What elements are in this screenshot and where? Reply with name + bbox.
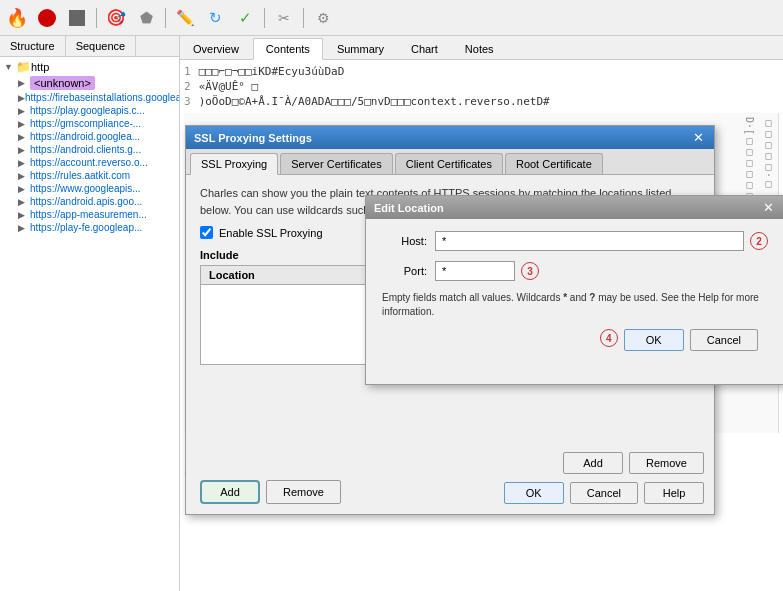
ssl-dialog-footer: OK Cancel Help xyxy=(504,482,704,504)
helper-text: Empty fields match all values. Wildcards… xyxy=(382,291,768,319)
ssl-add-button[interactable]: Add xyxy=(200,480,260,504)
ssl-tab-client-cert[interactable]: Client Certificates xyxy=(395,153,503,174)
ssl-remove-button[interactable]: Remove xyxy=(266,480,341,504)
ssl-help-button[interactable]: Help xyxy=(644,482,704,504)
ssl-tab-root-cert[interactable]: Root Certificate xyxy=(505,153,603,174)
host-label: Host: xyxy=(382,235,427,247)
ssl-dialog-tabs: SSL Proxying Server Certificates Client … xyxy=(186,149,714,175)
ssl-dialog-titlebar: SSL Proxying Settings ✕ xyxy=(186,126,714,149)
ssl-ok-button[interactable]: OK xyxy=(504,482,564,504)
enable-ssl-proxying-label: Enable SSL Proxying xyxy=(219,227,323,239)
edit-ok-button[interactable]: OK xyxy=(624,329,684,351)
dialog-overlay: SSL Proxying Settings ✕ SSL Proxying Ser… xyxy=(0,0,783,591)
port-input[interactable] xyxy=(435,261,515,281)
ok-badge: 4 xyxy=(600,329,618,347)
edit-dialog-titlebar: Edit Location ✕ xyxy=(366,196,783,219)
port-badge: 3 xyxy=(521,262,539,280)
host-input[interactable] xyxy=(435,231,744,251)
ssl-cancel-button[interactable]: Cancel xyxy=(570,482,638,504)
edit-dialog-footer: 4 OK Cancel xyxy=(382,329,768,351)
ssl-tab-ssl-proxying[interactable]: SSL Proxying xyxy=(190,153,278,175)
ssl-include-add-button[interactable]: Add xyxy=(563,452,623,474)
edit-cancel-button[interactable]: Cancel xyxy=(690,329,758,351)
edit-dialog-title: Edit Location xyxy=(374,202,444,214)
ssl-dialog-title: SSL Proxying Settings xyxy=(194,132,312,144)
ssl-dialog-footer-left: Add Remove xyxy=(200,480,341,504)
host-badge: 2 xyxy=(750,232,768,250)
ssl-include-remove-button[interactable]: Remove xyxy=(629,452,704,474)
ssl-tab-server-cert[interactable]: Server Certificates xyxy=(280,153,392,174)
edit-dialog-close-button[interactable]: ✕ xyxy=(761,200,776,215)
edit-location-dialog: Edit Location ✕ Host: 2 Port: 3 Empty fi… xyxy=(365,195,783,385)
port-row: Port: 3 xyxy=(382,261,768,281)
port-label: Port: xyxy=(382,265,427,277)
edit-dialog-body: Host: 2 Port: 3 Empty fields match all v… xyxy=(366,219,783,363)
enable-ssl-proxying-checkbox[interactable] xyxy=(200,226,213,239)
ssl-dialog-close-button[interactable]: ✕ xyxy=(691,130,706,145)
host-row: Host: 2 xyxy=(382,231,768,251)
